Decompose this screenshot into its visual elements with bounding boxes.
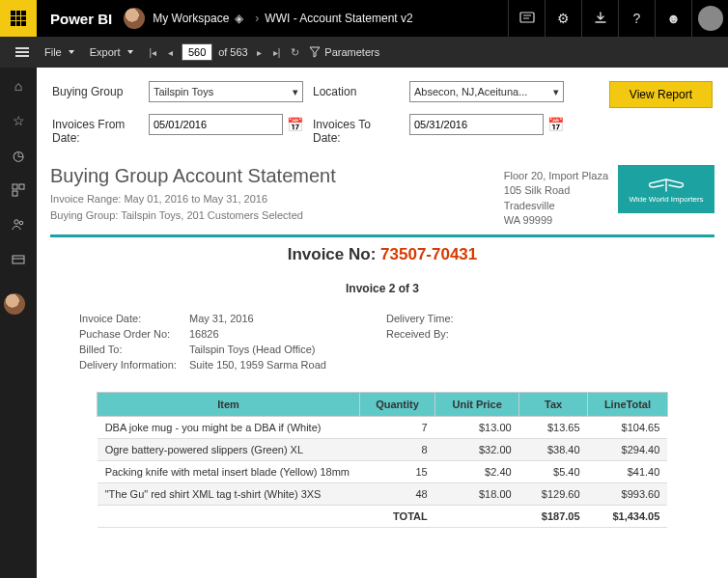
- chevron-down-icon: ▾: [293, 86, 298, 98]
- user-avatar-small[interactable]: [124, 8, 145, 29]
- col-price: Unit Price: [435, 392, 519, 416]
- page-navigator: |◂ ◂ of 563 ▸ ▸|: [147, 43, 284, 61]
- download-icon[interactable]: [581, 0, 618, 37]
- report-toolbar: File Export |◂ ◂ of 563 ▸ ▸| ↻ Parameter…: [0, 37, 728, 68]
- invoice-counter: Invoice 2 of 3: [50, 282, 714, 295]
- meta-delivery-time-label: Delivery Time:: [386, 313, 473, 324]
- meta-po-label: Puchase Order No:: [79, 328, 185, 340]
- prev-page-icon[interactable]: ◂: [165, 47, 176, 58]
- breadcrumb-chevron-icon: ›: [255, 12, 259, 25]
- to-date-input[interactable]: [414, 119, 539, 130]
- nav-toggle-icon[interactable]: [8, 51, 37, 53]
- svg-rect-8: [13, 256, 24, 263]
- meta-received-label: Received By:: [386, 328, 473, 340]
- svg-rect-0: [520, 13, 534, 22]
- meta-delivery-value: Suite 150, 1959 Sarma Road: [189, 359, 382, 371]
- refresh-icon[interactable]: ↻: [291, 46, 299, 59]
- company-logo: Wide World Importers: [618, 165, 714, 213]
- brand-label: Power BI: [50, 11, 112, 27]
- favorites-star-icon[interactable]: ☆: [10, 112, 27, 129]
- table-row: Ogre battery-powered slippers (Green) XL…: [98, 438, 668, 460]
- location-label: Location: [313, 81, 400, 98]
- meta-billed-label: Billed To:: [79, 344, 185, 355]
- col-qty: Quantity: [359, 392, 434, 416]
- workspace-breadcrumb[interactable]: My Workspace: [153, 12, 229, 25]
- content-area: Buying Group Tailspin Toys▾ Location Abs…: [37, 68, 728, 578]
- app-launcher-button[interactable]: [0, 0, 37, 37]
- report-body: Buying Group Account Statement Invoice R…: [37, 155, 728, 541]
- from-date-label: Invoices From Date:: [52, 114, 139, 145]
- table-row: "The Gu" red shirt XML tag t-shirt (Whit…: [98, 482, 668, 505]
- invoice-number: Invoice No: 73507-70431: [50, 237, 714, 282]
- location-select[interactable]: Absecon, NJ,Aceituna...▾: [409, 81, 564, 102]
- page-number-input[interactable]: [182, 43, 212, 61]
- parameters-label: Parameters: [324, 46, 379, 58]
- invoice-meta: Invoice Date: May 31, 2016 Delivery Time…: [50, 313, 714, 371]
- topbar: Power BI My Workspace ◈ › WWI - Account …: [0, 0, 728, 37]
- meta-date-label: Invoice Date:: [79, 313, 185, 324]
- first-page-icon[interactable]: |◂: [147, 47, 160, 58]
- workspace-avatar[interactable]: [4, 293, 25, 315]
- last-page-icon[interactable]: ▸|: [270, 47, 284, 58]
- report-breadcrumb[interactable]: WWI - Account Statement v2: [265, 12, 412, 25]
- buying-group-select[interactable]: Tailspin Toys▾: [149, 81, 303, 102]
- wings-icon: [644, 176, 688, 195]
- svg-point-6: [14, 220, 17, 224]
- meta-billed-value: Tailspin Toys (Head Office): [189, 344, 382, 355]
- workspaces-icon[interactable]: [10, 251, 27, 268]
- home-icon[interactable]: ⌂: [10, 77, 27, 95]
- report-title: Buying Group Account Statement: [50, 165, 504, 187]
- parameters-toggle[interactable]: Parameters: [309, 46, 379, 58]
- col-tax: Tax: [519, 392, 588, 416]
- export-menu[interactable]: Export: [82, 46, 141, 58]
- meta-po-value: 16826: [189, 328, 382, 340]
- premium-diamond-icon: ◈: [235, 12, 243, 25]
- svg-rect-5: [13, 191, 17, 196]
- line-items-table: Item Quantity Unit Price Tax LineTotal D…: [97, 392, 668, 528]
- topbar-actions: ⚙ ? ☻: [508, 0, 728, 37]
- to-date-label: Invoices To Date:: [313, 114, 400, 145]
- parameters-panel: Buying Group Tailspin Toys▾ Location Abs…: [37, 68, 728, 155]
- total-row: TOTAL$187.05$1,434.05: [98, 505, 668, 527]
- page-total-label: of 563: [218, 46, 248, 58]
- chat-icon[interactable]: [508, 0, 545, 37]
- meta-received-value: [477, 328, 593, 340]
- chevron-down-icon: ▾: [553, 86, 559, 98]
- report-group-line: Buying Group: Tailspin Toys, 201 Custome…: [50, 207, 504, 224]
- svg-point-7: [19, 221, 23, 225]
- report-range: Invoice Range: May 01, 2016 to May 31, 2…: [50, 191, 504, 207]
- apps-icon[interactable]: [10, 181, 27, 199]
- svg-rect-4: [19, 184, 24, 189]
- shared-icon[interactable]: [10, 216, 27, 234]
- buying-group-label: Buying Group: [52, 81, 139, 98]
- meta-delivery-time-value: [477, 313, 593, 324]
- calendar-icon[interactable]: 📅: [547, 117, 564, 132]
- svg-rect-3: [13, 184, 17, 189]
- table-row: Packing knife with metal insert blade (Y…: [98, 460, 668, 482]
- table-row: DBA joke mug - you might be a DBA if (Wh…: [98, 416, 668, 438]
- company-address: Floor 20, Import Plaza 105 Silk Road Tra…: [504, 165, 618, 229]
- account-avatar[interactable]: [691, 0, 728, 37]
- funnel-icon: [309, 46, 321, 58]
- left-nav: ⌂ ☆ ◷: [0, 68, 37, 578]
- meta-delivery-label: Delivery Information:: [79, 359, 185, 371]
- file-menu[interactable]: File: [37, 46, 82, 58]
- settings-gear-icon[interactable]: ⚙: [545, 0, 581, 37]
- from-date-input[interactable]: [154, 119, 278, 130]
- calendar-icon[interactable]: 📅: [287, 117, 303, 132]
- col-total: LineTotal: [588, 392, 668, 416]
- meta-date-value: May 31, 2016: [189, 313, 382, 324]
- recent-clock-icon[interactable]: ◷: [10, 147, 27, 164]
- col-item: Item: [98, 392, 360, 416]
- next-page-icon[interactable]: ▸: [254, 47, 265, 58]
- help-icon[interactable]: ?: [618, 0, 655, 37]
- view-report-button[interactable]: View Report: [609, 81, 713, 108]
- feedback-smile-icon[interactable]: ☻: [655, 0, 691, 37]
